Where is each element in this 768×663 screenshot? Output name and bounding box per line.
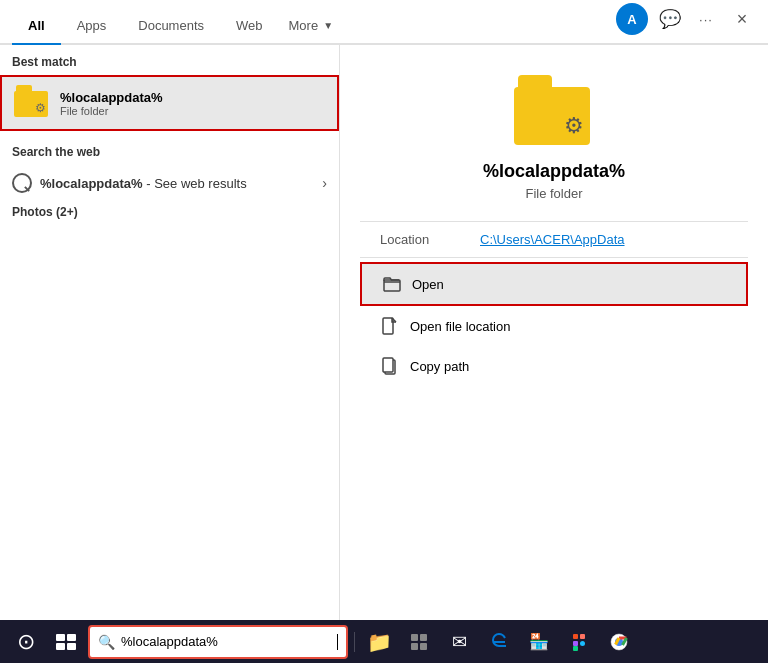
- ellipsis-button[interactable]: ···: [692, 5, 720, 33]
- search-web-title: Search the web: [0, 135, 339, 165]
- svg-rect-6: [56, 643, 65, 650]
- svg-rect-14: [573, 641, 578, 646]
- figma-button[interactable]: [561, 624, 597, 660]
- tab-all[interactable]: All: [12, 10, 61, 43]
- explorer-button[interactable]: 📁: [361, 624, 397, 660]
- close-button[interactable]: ×: [728, 5, 756, 33]
- right-panel: ⚙ %localappdata% File folder Location C:…: [340, 45, 768, 620]
- svg-rect-5: [67, 634, 76, 641]
- best-match-type: File folder: [60, 105, 163, 117]
- taskbar-search-icon: 🔍: [98, 634, 115, 650]
- open-action-label: Open: [412, 277, 444, 292]
- photos-section: Photos (2+): [0, 201, 339, 227]
- taskbar: ⊙ 🔍 %localappdata% 📁 ✉ 🏪: [0, 620, 768, 663]
- search-web-text: %localappdata% - See web results: [40, 176, 247, 191]
- taskbar-divider: [354, 632, 355, 652]
- mail-button[interactable]: ✉: [441, 624, 477, 660]
- action-list: Open Open file location: [360, 262, 748, 386]
- nav-bar: All Apps Documents Web More ▼ A 💬 ··· ×: [0, 0, 768, 45]
- svg-rect-15: [573, 646, 578, 651]
- photos-title: Photos (2+): [12, 205, 327, 219]
- best-match-title: Best match: [0, 45, 339, 75]
- svg-rect-12: [573, 634, 578, 639]
- svg-rect-10: [411, 643, 418, 650]
- right-item-type: File folder: [525, 186, 582, 201]
- svg-rect-3: [383, 358, 393, 372]
- taskbar-search-box[interactable]: 🔍 %localappdata%: [88, 625, 348, 659]
- tab-documents[interactable]: Documents: [122, 10, 220, 43]
- main-content: Best match ⚙ %localappdata% File folder: [0, 45, 768, 620]
- more-chevron-icon: ▼: [323, 20, 333, 31]
- tab-apps[interactable]: Apps: [61, 10, 123, 43]
- best-match-text: %localappdata% File folder: [60, 90, 163, 117]
- tab-more[interactable]: More ▼: [279, 10, 344, 43]
- file-location-icon: [380, 316, 400, 336]
- left-panel: Best match ⚙ %localappdata% File folder: [0, 45, 340, 620]
- svg-rect-11: [420, 643, 427, 650]
- cortana-button[interactable]: ⊙: [8, 624, 44, 660]
- search-window: All Apps Documents Web More ▼ A 💬 ··· ×: [0, 0, 768, 620]
- svg-rect-7: [67, 643, 76, 650]
- svg-rect-4: [56, 634, 65, 641]
- location-label: Location: [380, 232, 480, 247]
- svg-rect-9: [420, 634, 427, 641]
- svg-rect-8: [411, 634, 418, 641]
- best-match-name: %localappdata%: [60, 90, 163, 105]
- open-folder-icon: [382, 274, 402, 294]
- open-file-location-label: Open file location: [410, 319, 510, 334]
- edge-button[interactable]: [481, 624, 517, 660]
- right-folder-icon: ⚙: [514, 75, 594, 145]
- right-gear-icon: ⚙: [564, 113, 584, 139]
- right-item-name: %localappdata%: [483, 161, 625, 182]
- search-web-item[interactable]: %localappdata% - See web results ›: [0, 165, 339, 201]
- copy-path-action[interactable]: Copy path: [360, 346, 748, 386]
- open-file-location-action[interactable]: Open file location: [360, 306, 748, 346]
- gear-icon: ⚙: [35, 101, 46, 115]
- location-path[interactable]: C:\Users\ACER\AppData: [480, 232, 625, 247]
- svg-rect-13: [580, 634, 585, 639]
- copy-icon: [380, 356, 400, 376]
- tab-web[interactable]: Web: [220, 10, 279, 43]
- feedback-icon[interactable]: 💬: [656, 5, 684, 33]
- chrome-button[interactable]: [601, 624, 637, 660]
- search-icon: [12, 173, 32, 193]
- task-view-button[interactable]: [48, 624, 84, 660]
- svg-point-16: [580, 641, 585, 646]
- taskbar-search-input[interactable]: %localappdata%: [121, 634, 331, 649]
- folder-icon: ⚙: [14, 85, 50, 121]
- nav-right-controls: A 💬 ··· ×: [616, 3, 756, 43]
- open-action[interactable]: Open: [360, 262, 748, 306]
- user-avatar[interactable]: A: [616, 3, 648, 35]
- location-row: Location C:\Users\ACER\AppData: [360, 221, 748, 258]
- store-button[interactable]: 🏪: [521, 624, 557, 660]
- best-match-item[interactable]: ⚙ %localappdata% File folder: [0, 75, 339, 131]
- taskbar-app-1[interactable]: [401, 624, 437, 660]
- copy-path-label: Copy path: [410, 359, 469, 374]
- taskbar-cursor: [337, 634, 338, 650]
- search-web-arrow-icon: ›: [322, 175, 327, 191]
